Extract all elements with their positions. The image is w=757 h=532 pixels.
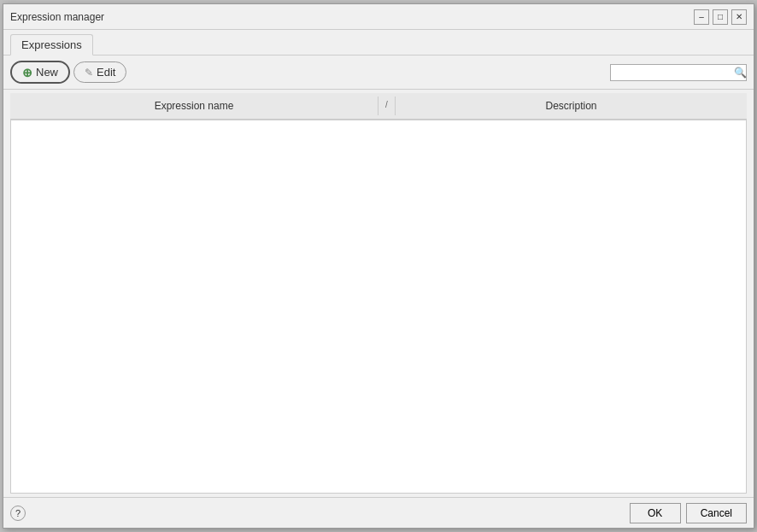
col-expression-name-header: Expression name — [10, 96, 378, 115]
minimize-button[interactable]: – — [694, 9, 709, 25]
title-bar: Expression manager – □ ✕ — [3, 4, 754, 30]
maximize-button[interactable]: □ — [713, 9, 728, 25]
cancel-button[interactable]: Cancel — [686, 503, 747, 523]
expression-manager-window: Expression manager – □ ✕ Expressions ⊕ N… — [3, 3, 754, 529]
new-button-label: New — [36, 66, 58, 79]
close-button[interactable]: ✕ — [731, 9, 747, 25]
table-body — [10, 120, 747, 494]
tab-bar: Expressions — [3, 30, 754, 56]
search-container: 🔍 — [610, 64, 747, 81]
search-icon[interactable]: 🔍 — [734, 67, 747, 79]
search-input[interactable] — [614, 67, 734, 79]
new-button[interactable]: ⊕ New — [10, 61, 70, 84]
col-sort-indicator: / — [378, 96, 396, 115]
status-bar: ? OK Cancel — [3, 497, 754, 528]
toolbar: ⊕ New ✎ Edit 🔍 — [3, 56, 754, 90]
table-header: Expression name / Description — [10, 93, 747, 120]
edit-icon: ✎ — [85, 67, 93, 79]
tab-expressions-label: Expressions — [21, 38, 82, 51]
col-description-header: Description — [396, 96, 747, 115]
content-area: Expression name / Description — [3, 90, 754, 497]
ok-button[interactable]: OK — [630, 503, 681, 523]
tab-expressions[interactable]: Expressions — [10, 34, 93, 56]
help-button[interactable]: ? — [10, 506, 26, 521]
window-title: Expression manager — [10, 11, 104, 23]
new-icon: ⊕ — [22, 67, 32, 79]
dialog-buttons: OK Cancel — [630, 503, 747, 523]
window-controls: – □ ✕ — [694, 9, 747, 25]
edit-button[interactable]: ✎ Edit — [73, 61, 126, 83]
edit-button-label: Edit — [97, 66, 115, 79]
